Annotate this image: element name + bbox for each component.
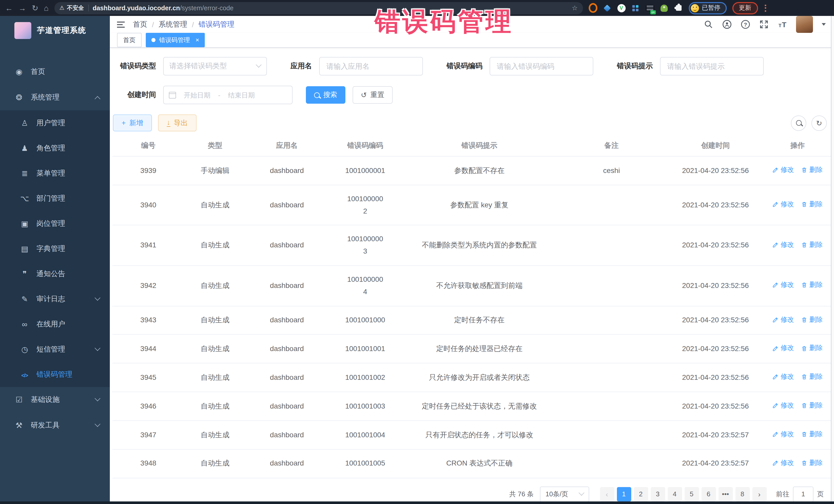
- sidebar-item[interactable]: 首页: [0, 59, 110, 85]
- sidebar-item[interactable]: 用户管理: [0, 110, 110, 135]
- error-msg-input[interactable]: [666, 62, 758, 71]
- cell-msg: 参数配置 key 重复: [402, 185, 556, 225]
- page-number-button[interactable]: 3: [651, 487, 665, 501]
- edit-link[interactable]: 修改: [772, 239, 794, 250]
- show-search-button[interactable]: [791, 115, 806, 131]
- page-size-select[interactable]: 10条/页: [540, 486, 589, 502]
- edit-link[interactable]: 修改: [772, 371, 794, 382]
- github-icon[interactable]: [722, 20, 732, 29]
- delete-link[interactable]: 删除: [801, 400, 823, 411]
- refresh-table-button[interactable]: ↻: [811, 115, 827, 131]
- page-number-button[interactable]: •••: [718, 487, 733, 501]
- sidebar-item[interactable]: 菜单管理: [0, 161, 110, 186]
- delete-link[interactable]: 删除: [801, 457, 823, 468]
- vue-devtools-icon[interactable]: V: [617, 4, 626, 12]
- help-icon[interactable]: ?: [741, 20, 750, 29]
- bookmark-star-icon[interactable]: ☆: [572, 4, 578, 12]
- delete-link[interactable]: 删除: [801, 280, 823, 291]
- tab-home[interactable]: 首页: [117, 33, 142, 47]
- next-page-button[interactable]: ›: [752, 487, 767, 501]
- page-number-button[interactable]: 1: [617, 487, 631, 501]
- delete-link[interactable]: 删除: [801, 343, 823, 354]
- sidebar-item[interactable]: 字典管理: [0, 236, 110, 261]
- sidebar-item[interactable]: 通知公告: [0, 261, 110, 286]
- error-code-input[interactable]: [496, 62, 587, 71]
- breadcrumb-system[interactable]: 系统管理: [159, 20, 187, 29]
- delete-link[interactable]: 删除: [801, 164, 823, 176]
- start-date-input[interactable]: [180, 91, 214, 99]
- sidebar-item[interactable]: 系统管理: [0, 85, 110, 110]
- delete-link[interactable]: 删除: [801, 199, 823, 210]
- error-code-field[interactable]: [490, 57, 593, 75]
- page-number-button[interactable]: 4: [667, 487, 682, 501]
- edit-link[interactable]: 修改: [772, 343, 794, 354]
- home-icon[interactable]: ⌂: [44, 4, 48, 12]
- extension-icon[interactable]: on: [645, 4, 654, 12]
- edit-link[interactable]: 修改: [772, 164, 794, 176]
- sidebar-item[interactable]: 在线用户: [0, 311, 110, 337]
- app-logo-row[interactable]: 芋道管理系统: [0, 16, 110, 45]
- fullscreen-icon[interactable]: [759, 20, 769, 29]
- plus-icon: +: [122, 119, 126, 127]
- sidebar-item[interactable]: 岗位管理: [0, 211, 110, 236]
- sidebar-item[interactable]: 研发工具: [0, 413, 110, 438]
- edit-link[interactable]: 修改: [772, 457, 794, 468]
- back-icon[interactable]: ←: [5, 4, 13, 12]
- scrollbar[interactable]: [831, 16, 834, 501]
- search-icon[interactable]: [704, 20, 714, 29]
- extension-icon[interactable]: [588, 4, 597, 12]
- user-avatar[interactable]: [796, 16, 813, 33]
- export-button[interactable]: ↓ 导出: [158, 114, 197, 131]
- extension-icon[interactable]: [660, 4, 668, 12]
- extension-icon[interactable]: [603, 4, 612, 12]
- sidebar-item[interactable]: 审计日志: [0, 286, 110, 311]
- goto-page-input[interactable]: [793, 486, 813, 502]
- sidebar-item[interactable]: 基础设施: [0, 387, 110, 413]
- delete-link[interactable]: 删除: [801, 371, 823, 382]
- edit-link[interactable]: 修改: [772, 199, 794, 210]
- prev-page-button[interactable]: ‹: [600, 487, 614, 501]
- delete-link[interactable]: 删除: [801, 239, 823, 250]
- search-button[interactable]: 搜索: [306, 86, 345, 104]
- delete-link[interactable]: 删除: [801, 314, 823, 325]
- sms-icon: [20, 345, 30, 354]
- page-number-button[interactable]: 2: [634, 487, 648, 501]
- end-date-input[interactable]: [224, 91, 258, 99]
- edit-link[interactable]: 修改: [772, 280, 794, 291]
- error-msg-field[interactable]: [660, 57, 764, 75]
- add-button[interactable]: + 新增: [113, 114, 152, 131]
- profile-paused-badge[interactable]: 已暂停: [688, 2, 726, 14]
- app-name-field[interactable]: [319, 57, 423, 75]
- cell-note: [556, 450, 667, 478]
- extensions-puzzle-icon[interactable]: [674, 4, 683, 12]
- page-number-button[interactable]: 8: [735, 487, 750, 501]
- delete-link[interactable]: 删除: [801, 429, 823, 440]
- badge-icon: [20, 219, 30, 228]
- edit-link[interactable]: 修改: [772, 400, 794, 411]
- page-number-button[interactable]: 6: [701, 487, 716, 501]
- app-name-input[interactable]: [325, 62, 417, 71]
- sidebar-item[interactable]: 短信管理: [0, 337, 110, 362]
- breadcrumb-home[interactable]: 首页: [133, 20, 147, 29]
- collapse-sidebar-icon[interactable]: [117, 21, 125, 27]
- edit-link[interactable]: 修改: [772, 429, 794, 440]
- error-type-select[interactable]: 请选择错误码类型: [163, 57, 267, 75]
- forward-icon[interactable]: →: [19, 4, 26, 12]
- reload-icon[interactable]: ↻: [32, 4, 38, 12]
- not-secure-warning[interactable]: ⚠ 不安全: [59, 4, 84, 12]
- caret-down-icon[interactable]: [822, 23, 826, 26]
- sidebar-item[interactable]: 角色管理: [0, 135, 110, 161]
- tab-error-code[interactable]: 错误码管理 ×: [146, 33, 205, 47]
- sidebar-item[interactable]: 错误码管理: [0, 362, 110, 387]
- cell-code: 100100000 2: [328, 185, 402, 225]
- close-icon[interactable]: ×: [196, 37, 199, 44]
- font-size-icon[interactable]: TT: [777, 20, 787, 29]
- browser-menu-icon[interactable]: [765, 4, 766, 12]
- browser-update-button[interactable]: 更新: [732, 2, 758, 14]
- date-range-picker[interactable]: -: [163, 86, 292, 104]
- page-number-button[interactable]: 5: [684, 487, 699, 501]
- extension-icon[interactable]: [631, 4, 640, 12]
- sidebar-item[interactable]: 部门管理: [0, 186, 110, 211]
- edit-link[interactable]: 修改: [772, 314, 794, 325]
- reset-button[interactable]: ↺ 重置: [353, 86, 392, 104]
